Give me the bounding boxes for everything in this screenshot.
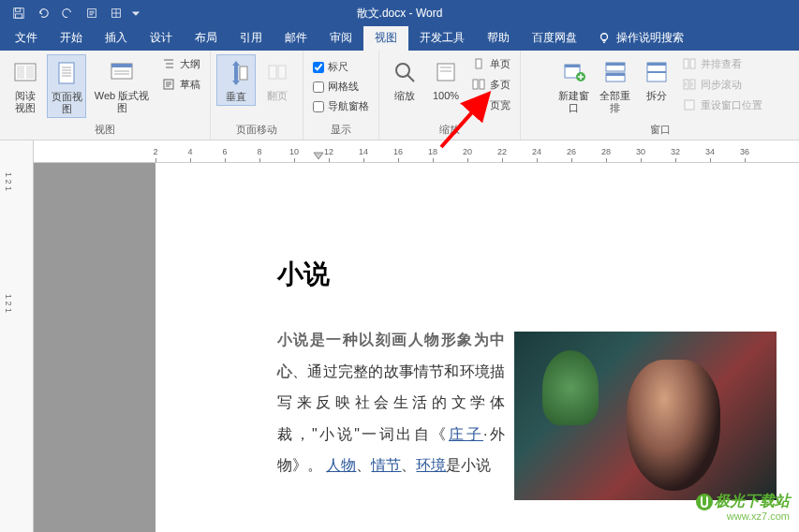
gridlines-checkbox[interactable]: 网格线 — [309, 78, 373, 96]
horizontal-ruler[interactable]: 24681012141618202224262830323436 — [34, 140, 799, 163]
link-qingjie[interactable]: 情节 — [371, 457, 401, 473]
sidebyside-icon — [682, 56, 697, 71]
flip-icon — [261, 56, 293, 88]
ruler-number: 16 — [393, 147, 403, 156]
flip-button: 翻页 — [258, 54, 297, 104]
svg-rect-39 — [647, 63, 666, 66]
resetpos-icon — [682, 97, 697, 112]
doc-body[interactable]: 小说是一种以刻画人物形象为中心、通过完整的故事情节和环境描写来反映社会生活的文学… — [277, 324, 777, 481]
quick-access-toolbar — [0, 2, 142, 24]
svg-rect-2 — [16, 14, 22, 18]
outline-button[interactable]: 大纲 — [157, 54, 204, 73]
tab-references[interactable]: 引用 — [229, 25, 274, 51]
ruler-number: 28 — [601, 147, 611, 156]
document-title: 散文.docx - Word — [357, 6, 443, 22]
ruler-number: 30 — [636, 147, 645, 156]
ruler-number: 36 — [740, 147, 749, 156]
svg-rect-8 — [26, 66, 34, 79]
undo-icon[interactable] — [32, 2, 54, 24]
menu-tabs: 文件 开始 插入 设计 布局 引用 邮件 审阅 视图 开发工具 帮助 百度网盘 … — [0, 26, 799, 51]
svg-rect-30 — [474, 101, 483, 109]
tab-start[interactable]: 开始 — [49, 25, 94, 51]
ruler-number: 10 — [289, 147, 299, 156]
read-view-icon — [9, 56, 41, 88]
onepage-button[interactable]: 单页 — [467, 54, 514, 73]
navpane-checkbox[interactable]: 导航窗格 — [309, 97, 373, 115]
syncscroll-icon — [682, 77, 697, 92]
tab-review[interactable]: 审阅 — [318, 25, 363, 51]
new-window-icon — [558, 56, 590, 88]
tab-dev[interactable]: 开发工具 — [408, 25, 476, 51]
onepage-icon — [471, 56, 486, 71]
zoom-100-icon — [430, 56, 462, 88]
multipage-button[interactable]: 多页 — [467, 75, 514, 94]
pagewidth-button[interactable]: 页宽 — [467, 96, 514, 114]
doc-image[interactable] — [514, 332, 777, 500]
svg-rect-32 — [565, 65, 580, 67]
zoom-icon — [389, 56, 421, 88]
tell-me[interactable]: 操作说明搜索 — [588, 25, 693, 51]
group-window: 新建窗口 全部重排 拆分 并排查看 同步滚动 重设窗口位置 窗口 — [521, 51, 799, 140]
tab-layout[interactable]: 布局 — [184, 25, 229, 51]
read-view-button[interactable]: 阅读 视图 — [6, 54, 45, 116]
qat-dropdown-icon[interactable] — [129, 2, 142, 24]
qat-btn-2[interactable] — [105, 2, 127, 24]
ruler-number: 22 — [497, 147, 507, 156]
tab-file[interactable]: 文件 — [4, 25, 49, 51]
svg-rect-37 — [606, 73, 625, 76]
new-window-button[interactable]: 新建窗口 — [555, 54, 594, 116]
ruler-number: 34 — [705, 147, 715, 156]
svg-rect-27 — [476, 59, 481, 68]
ruler-number: 24 — [532, 147, 541, 156]
svg-rect-20 — [269, 66, 276, 79]
svg-rect-7 — [17, 66, 24, 79]
tell-me-label: 操作说明搜索 — [616, 30, 684, 46]
save-icon[interactable] — [7, 2, 30, 24]
doc-heading[interactable]: 小说 — [277, 257, 777, 292]
link-renwu[interactable]: 人物 — [326, 457, 356, 473]
draft-button[interactable]: 草稿 — [157, 75, 204, 94]
web-view-icon — [106, 56, 138, 88]
svg-rect-42 — [690, 59, 695, 68]
zoom-100-button[interactable]: 100% — [426, 54, 466, 104]
link-huanjing[interactable]: 环境 — [416, 457, 446, 473]
title-bar: 散文.docx - Word — [0, 0, 799, 26]
vertical-ruler[interactable]: 1 2 1 1 2 1 — [0, 163, 34, 532]
ruler-number: 8 — [257, 147, 261, 156]
syncscroll-button: 同步滚动 — [678, 75, 766, 94]
zoom-button[interactable]: 缩放 — [385, 54, 424, 104]
arrange-all-button[interactable]: 全部重排 — [596, 54, 635, 116]
qat-btn-1[interactable] — [81, 2, 103, 24]
ruler-number: 4 — [187, 147, 192, 156]
split-icon — [641, 56, 673, 88]
indent-marker[interactable] — [313, 152, 324, 163]
page-view-icon — [51, 57, 82, 89]
tab-design[interactable]: 设计 — [139, 25, 184, 51]
watermark-icon — [696, 494, 713, 510]
tab-help[interactable]: 帮助 — [476, 25, 521, 51]
ribbon: 阅读 视图 页面视图 Web 版式视图 大纲 草稿 视图 垂直 — [0, 51, 799, 140]
web-view-button[interactable]: Web 版式视图 — [88, 54, 155, 116]
ruler-number: 14 — [359, 147, 368, 156]
link-zhuangzi[interactable]: 庄子 — [449, 426, 483, 442]
tab-baidu[interactable]: 百度网盘 — [521, 25, 588, 51]
page-view-button[interactable]: 页面视图 — [47, 54, 86, 118]
split-button[interactable]: 拆分 — [637, 54, 676, 104]
svg-rect-15 — [111, 64, 132, 67]
tab-mail[interactable]: 邮件 — [274, 25, 318, 51]
svg-rect-24 — [437, 64, 454, 81]
page[interactable]: 小说 小说是一种以刻画人物形象为中心、通过完整的故事情节和环境描写来反映社会生活… — [155, 163, 799, 532]
tab-insert[interactable]: 插入 — [94, 25, 139, 51]
vertical-icon — [220, 57, 252, 89]
draft-icon — [161, 77, 176, 92]
ruler-checkbox[interactable]: 标尺 — [309, 58, 373, 76]
svg-line-23 — [407, 75, 414, 81]
resetpos-button: 重设窗口位置 — [678, 96, 766, 114]
redo-icon[interactable] — [56, 2, 79, 24]
vertical-button[interactable]: 垂直 — [216, 54, 256, 106]
arrange-icon — [599, 56, 631, 88]
svg-rect-44 — [690, 80, 695, 89]
tab-view[interactable]: 视图 — [363, 25, 408, 51]
pagewidth-icon — [471, 97, 486, 112]
svg-rect-35 — [606, 63, 625, 66]
